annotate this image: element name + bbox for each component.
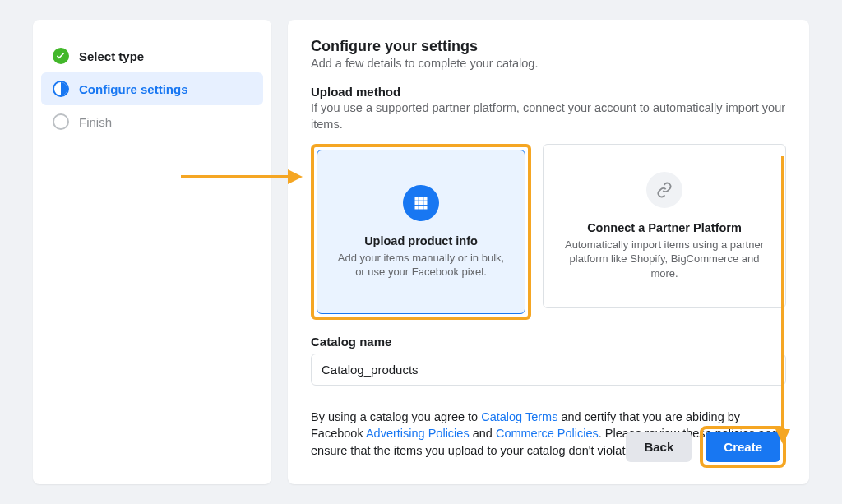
link-advertising-policies[interactable]: Advertising Policies: [366, 427, 470, 440]
option-title: Connect a Partner Platform: [587, 221, 742, 234]
step-label: Finish: [79, 115, 112, 129]
svg-rect-2: [419, 197, 423, 200]
page-title: Configure your settings: [311, 38, 786, 55]
check-icon: [53, 48, 69, 64]
option-desc: Add your items manually or in bulk, or u…: [334, 251, 508, 280]
main-panel: Configure your settings Add a few detail…: [288, 20, 809, 484]
svg-rect-5: [419, 201, 423, 204]
wizard-sidebar: Select type Configure settings Finish: [33, 20, 271, 484]
upload-method-hint: If you use a supported partner platform,…: [311, 100, 786, 132]
step-select-type[interactable]: Select type: [41, 39, 263, 72]
create-button[interactable]: Create: [706, 432, 780, 462]
grid-icon: [403, 185, 439, 221]
option-desc: Automatically import items using a partn…: [560, 238, 769, 281]
catalog-name-label: Catalog name: [311, 335, 786, 349]
page-subtitle: Add a few details to complete your catal…: [311, 57, 786, 70]
highlight-box-create-button: Create: [700, 426, 786, 468]
svg-rect-1: [415, 197, 419, 200]
option-connect-partner-platform[interactable]: Connect a Partner Platform Automatically…: [543, 144, 786, 308]
link-catalog-terms[interactable]: Catalog Terms: [481, 410, 557, 423]
svg-rect-4: [415, 201, 419, 204]
empty-circle-icon: [53, 113, 69, 130]
link-icon: [646, 172, 682, 208]
option-title: Upload product info: [364, 234, 478, 247]
option-upload-product-info[interactable]: Upload product info Add your items manua…: [317, 150, 525, 314]
link-commerce-policies[interactable]: Commerce Policies: [496, 427, 599, 440]
upload-method-label: Upload method: [311, 85, 786, 99]
back-button[interactable]: Back: [626, 432, 692, 462]
svg-rect-3: [423, 197, 427, 200]
step-configure-settings[interactable]: Configure settings: [41, 72, 263, 105]
step-label: Configure settings: [79, 82, 188, 96]
highlight-box-upload-option: Upload product info Add your items manua…: [311, 144, 531, 320]
step-finish[interactable]: Finish: [41, 105, 263, 138]
half-circle-icon: [53, 81, 69, 97]
step-label: Select type: [79, 49, 144, 63]
svg-rect-9: [423, 206, 427, 209]
catalog-name-input[interactable]: [311, 354, 786, 386]
svg-rect-6: [423, 201, 427, 204]
svg-rect-7: [415, 206, 419, 209]
svg-rect-8: [419, 206, 423, 209]
